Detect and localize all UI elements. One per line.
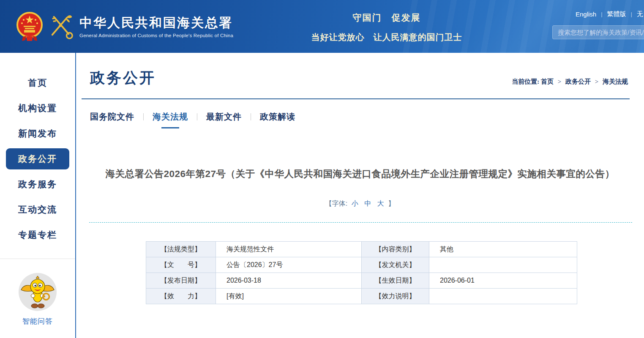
tab-latest-docs[interactable]: 最新文件 <box>206 111 242 123</box>
page-head: 政务公开 当前位置: 首页 > 政务公开 > 海关法规 <box>82 53 630 99</box>
mascot-icon <box>18 273 57 311</box>
sidebar-item-special[interactable]: 专题专栏 <box>0 224 75 245</box>
sidebar-item-home[interactable]: 首页 <box>0 72 75 93</box>
site-subtitle: General Administration of Customs of the… <box>79 33 233 38</box>
meta-label-effective-date: 【生效日期】 <box>362 273 429 289</box>
language-bar: English | 繁體版 | 无 <box>576 10 643 18</box>
customs-logo-icon <box>47 14 74 40</box>
lang-separator: | <box>601 11 602 17</box>
search-input[interactable] <box>553 26 644 39</box>
meta-value-validity-note <box>429 289 577 304</box>
site-title: 中华人民共和国海关总署 <box>79 16 233 30</box>
smart-qa-label[interactable]: 智能问答 <box>0 316 75 326</box>
table-row: 【法规类型】 海关规范性文件 【内容类别】 其他 <box>146 242 577 257</box>
tab-separator <box>251 113 251 120</box>
site-brand[interactable]: 中华人民共和国海关总署 General Administration of Cu… <box>16 8 233 46</box>
sidebar-divider <box>0 259 75 259</box>
lang-link-accessibility[interactable]: 无 <box>637 10 643 18</box>
breadcrumb-separator: > <box>558 78 561 85</box>
table-row: 【发布日期】 2026-03-18 【生效日期】 2026-06-01 <box>146 273 577 289</box>
slogan-line-2: 当好让党放心 让人民满意的国门卫士 <box>296 32 478 43</box>
header-slogans: 守国门 促发展 当好让党放心 让人民满意的国门卫士 <box>296 12 478 43</box>
regulation-meta-table: 【法规类型】 海关规范性文件 【内容类别】 其他 【文 号】 公告〔2026〕2… <box>146 241 577 304</box>
active-tab-underline <box>161 127 179 128</box>
font-size-medium[interactable]: 中 <box>364 200 371 207</box>
tab-customs-laws-label: 海关法规 <box>153 112 188 121</box>
breadcrumb-prefix: 当前位置: <box>512 78 539 85</box>
main-content: 政务公开 当前位置: 首页 > 政务公开 > 海关法规 国务院文件 海关法规 最… <box>76 53 644 338</box>
page-title: 政务公开 <box>90 68 156 88</box>
meta-label-content-cat: 【内容类别】 <box>362 242 429 257</box>
meta-label-issuing-organ: 【发文机关】 <box>362 257 429 273</box>
meta-label-law-type: 【法规类型】 <box>146 242 216 257</box>
breadcrumb-customs-laws[interactable]: 海关法规 <box>603 78 628 85</box>
brand-text: 中华人民共和国海关总署 General Administration of Cu… <box>79 16 233 38</box>
sidebar-item-structure[interactable]: 机构设置 <box>0 98 75 119</box>
site-header: 中华人民共和国海关总署 General Administration of Cu… <box>0 0 644 53</box>
breadcrumb-separator: > <box>595 78 598 85</box>
tab-policy-interpretation[interactable]: 政策解读 <box>260 111 295 123</box>
meta-value-effective-date: 2026-06-01 <box>429 273 577 289</box>
national-emblem-icon <box>16 11 43 43</box>
font-size-large[interactable]: 大 <box>377 200 384 207</box>
sidebar-nav: 首页 机构设置 新闻发布 政务公开 政务服务 互动交流 专题专栏 <box>0 53 75 245</box>
sidebar-item-news[interactable]: 新闻发布 <box>0 123 75 144</box>
breadcrumb: 当前位置: 首页 > 政务公开 > 海关法规 <box>512 78 628 86</box>
meta-value-publish-date: 2026-03-18 <box>216 273 362 289</box>
meta-value-issuing-organ <box>429 257 577 273</box>
tab-separator <box>143 113 144 120</box>
section-tabs: 国务院文件 海关法规 最新文件 政策解读 <box>90 110 644 123</box>
tab-separator <box>197 113 197 120</box>
tab-customs-laws[interactable]: 海关法规 <box>153 111 188 123</box>
dashed-divider <box>89 222 632 223</box>
slogan-line-1: 守国门 促发展 <box>296 12 478 24</box>
font-size-small[interactable]: 小 <box>352 200 358 207</box>
sidebar-item-gov-disclosure[interactable]: 政务公开 <box>6 148 69 169</box>
sidebar: 首页 机构设置 新闻发布 政务公开 政务服务 互动交流 专题专栏 <box>0 53 76 338</box>
meta-value-content-cat: 其他 <box>429 242 577 257</box>
meta-label-publish-date: 【发布日期】 <box>146 273 216 289</box>
meta-label-validity: 【效 力】 <box>146 289 216 304</box>
sidebar-item-gov-service[interactable]: 政务服务 <box>0 174 75 195</box>
article-title: 海关总署公告2026年第27号（关于《中华人民共和国海关进口食品境外生产企业注册… <box>93 167 627 181</box>
smart-qa-widget[interactable]: 智能问答 <box>0 273 75 326</box>
font-size-bar: 【字体: 小 中 大 】 <box>76 199 644 208</box>
tab-state-council-docs[interactable]: 国务院文件 <box>90 111 134 123</box>
meta-label-doc-number: 【文 号】 <box>146 257 216 273</box>
meta-label-validity-note: 【效力说明】 <box>362 289 429 304</box>
lang-link-english[interactable]: English <box>576 11 596 18</box>
breadcrumb-gov-disclosure[interactable]: 政务公开 <box>565 78 591 85</box>
meta-value-doc-number: 公告〔2026〕27号 <box>216 257 362 273</box>
sidebar-item-interaction[interactable]: 互动交流 <box>0 199 75 220</box>
font-size-label-open: 【字体: <box>325 200 347 207</box>
header-search <box>552 25 644 39</box>
lang-link-traditional[interactable]: 繁體版 <box>607 10 626 18</box>
lang-separator: | <box>631 11 632 17</box>
font-size-label-close: 】 <box>388 200 395 207</box>
table-row: 【文 号】 公告〔2026〕27号 【发文机关】 <box>146 257 577 273</box>
table-row: 【效 力】 [有效] 【效力说明】 <box>146 289 577 304</box>
breadcrumb-home[interactable]: 首页 <box>541 78 554 85</box>
meta-value-validity: [有效] <box>216 289 362 304</box>
meta-value-law-type: 海关规范性文件 <box>216 242 362 257</box>
